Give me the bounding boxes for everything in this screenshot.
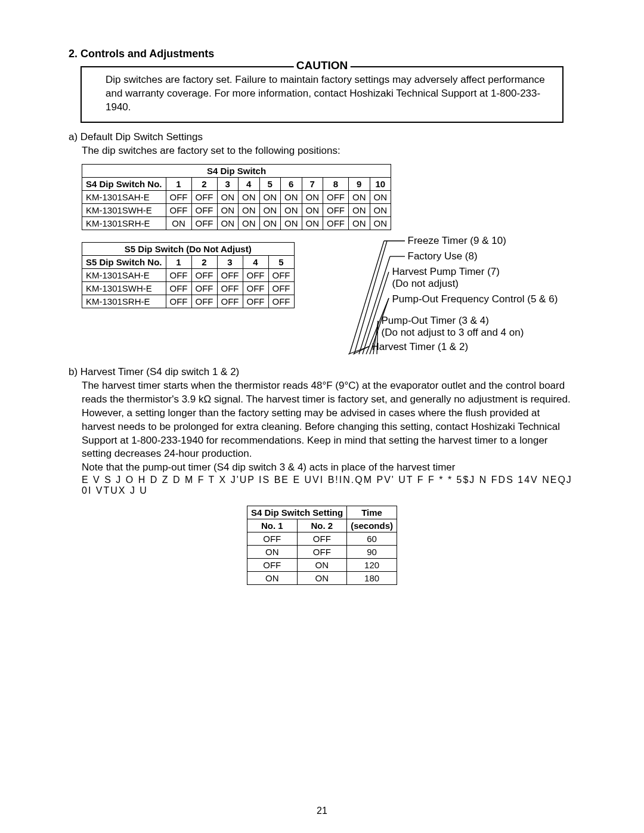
cell: OFF <box>166 203 191 216</box>
s5-dip-switch-table: S5 Dip Switch (Do Not Adjust) S5 Dip Swi… <box>82 242 295 308</box>
subsection-b-body-1: The harvest timer starts when the thermi… <box>82 379 575 462</box>
cell: ON <box>349 203 370 216</box>
callout-harvest-pump-timer: Harvest Pump Timer (7) <box>392 266 500 278</box>
subsection-a-heading: a) Default Dip Switch Settings <box>69 131 575 143</box>
col-head: 9 <box>349 177 370 190</box>
cell: OFF <box>217 268 243 281</box>
cell: ON <box>297 559 347 572</box>
cell: OFF <box>243 268 268 281</box>
cell: ON <box>259 190 281 203</box>
model-cell: KM-1301SWH-E <box>82 281 166 295</box>
cell: OFF <box>191 190 217 203</box>
cell: OFF <box>323 203 349 216</box>
cell: ON <box>302 203 323 216</box>
subsection-b-heading: b) Harvest Timer (S4 dip switch 1 & 2) <box>69 366 575 378</box>
subsection-a-body: The dip switches are factory set to the … <box>82 144 575 158</box>
cell: ON <box>259 216 281 230</box>
col-head: Time <box>347 506 397 519</box>
table-row: OFF ON 120 <box>247 559 397 572</box>
col-head: 5 <box>268 255 294 268</box>
cell: ON <box>302 190 323 203</box>
col-head: 4 <box>243 255 268 268</box>
table-row: KM-1301SAH-E OFF OFF OFF OFF OFF <box>82 268 295 281</box>
table-row: KM-1301SAH-E OFF OFF ON ON ON ON ON OFF … <box>82 190 391 203</box>
cell: OFF <box>191 203 217 216</box>
table-row: No. 1 No. 2 (seconds) <box>247 519 397 532</box>
col-head: 1 <box>166 177 191 190</box>
caution-title: CAUTION <box>294 59 351 72</box>
callout-pumpout-timer-note: (Do not adjust to 3 off and 4 on) <box>382 327 524 339</box>
table-row: KM-1301SRH-E OFF OFF OFF OFF OFF <box>82 295 295 308</box>
cell: ON <box>217 216 239 230</box>
cell: OFF <box>247 532 297 546</box>
cell: OFF <box>247 559 297 572</box>
cell: 180 <box>347 572 397 585</box>
cell: OFF <box>191 295 217 308</box>
callout-harvest-timer: Harvest Timer (1 & 2) <box>372 341 469 353</box>
caution-box: CAUTION Dip switches are factory set. Fa… <box>80 66 564 123</box>
section-heading: 2. Controls and Adjustments <box>69 48 575 60</box>
cell: OFF <box>166 268 191 281</box>
cell: OFF <box>323 216 349 230</box>
cell: ON <box>247 546 297 559</box>
cell: ON <box>247 572 297 585</box>
cell: 60 <box>347 532 397 546</box>
subsection-b-body-3: E V S J O H D Z D M F T X J'UP IS BE E U… <box>82 475 575 496</box>
table-row: KM-1301SWH-E OFF OFF ON ON ON ON ON OFF … <box>82 203 391 216</box>
s4-dip-switch-table: S4 Dip Switch S4 Dip Switch No. 1 2 3 4 … <box>82 164 391 230</box>
cell: OFF <box>191 268 217 281</box>
col-head: 5 <box>259 177 281 190</box>
cell: ON <box>281 216 302 230</box>
page: 2. Controls and Adjustments CAUTION Dip … <box>0 0 644 833</box>
cell: OFF <box>268 295 294 308</box>
col-head: 2 <box>191 255 217 268</box>
model-cell: KM-1301SRH-E <box>82 295 166 308</box>
table-row: ON OFF 90 <box>247 546 397 559</box>
cell: OFF <box>243 295 268 308</box>
callout-factory-use: Factory Use (8) <box>408 250 478 262</box>
harvest-timer-time-table: S4 Dip Switch Setting Time No. 1 No. 2 (… <box>247 506 397 585</box>
s4-row-header: S4 Dip Switch No. <box>82 177 166 190</box>
table-row: S4 Dip Switch No. 1 2 3 4 5 6 7 8 9 10 <box>82 177 391 190</box>
callout-harvest-pump-note: (Do not adjust) <box>392 278 459 290</box>
cell: ON <box>370 216 391 230</box>
cell: OFF <box>166 281 191 295</box>
col-head: No. 1 <box>247 519 297 532</box>
col-head: 10 <box>370 177 391 190</box>
col-head: S4 Dip Switch Setting <box>247 506 346 519</box>
cell: OFF <box>268 281 294 295</box>
table-row: S5 Dip Switch No. 1 2 3 4 5 <box>82 255 295 268</box>
model-cell: KM-1301SRH-E <box>82 216 166 230</box>
col-head: 7 <box>302 177 323 190</box>
model-cell: KM-1301SAH-E <box>82 268 166 281</box>
cell: ON <box>217 190 239 203</box>
cell: OFF <box>166 190 191 203</box>
svg-line-0 <box>349 241 384 354</box>
subsection-b-body-2: Note that the pump-out timer (S4 dip swi… <box>82 461 575 475</box>
cell: ON <box>166 216 191 230</box>
cell: ON <box>239 203 260 216</box>
col-head: 3 <box>217 255 243 268</box>
cell: OFF <box>166 295 191 308</box>
cell: OFF <box>323 190 349 203</box>
cell: OFF <box>191 281 217 295</box>
s5-caption: S5 Dip Switch (Do Not Adjust) <box>82 242 295 255</box>
s4-caption: S4 Dip Switch <box>82 164 391 177</box>
cell: ON <box>302 216 323 230</box>
cell: ON <box>349 216 370 230</box>
cell: ON <box>259 203 281 216</box>
col-head: 3 <box>217 177 239 190</box>
cell: ON <box>349 190 370 203</box>
col-head: 4 <box>239 177 260 190</box>
cell: ON <box>239 216 260 230</box>
cell: OFF <box>297 532 347 546</box>
col-head: 8 <box>323 177 349 190</box>
cell: 120 <box>347 559 397 572</box>
cell: ON <box>297 572 347 585</box>
cell: ON <box>370 190 391 203</box>
callout-freeze-timer: Freeze Timer (9 & 10) <box>408 235 506 247</box>
cell: ON <box>239 190 260 203</box>
cell: ON <box>281 203 302 216</box>
col-head: 6 <box>281 177 302 190</box>
table-row: KM-1301SRH-E ON OFF ON ON ON ON ON OFF O… <box>82 216 391 230</box>
